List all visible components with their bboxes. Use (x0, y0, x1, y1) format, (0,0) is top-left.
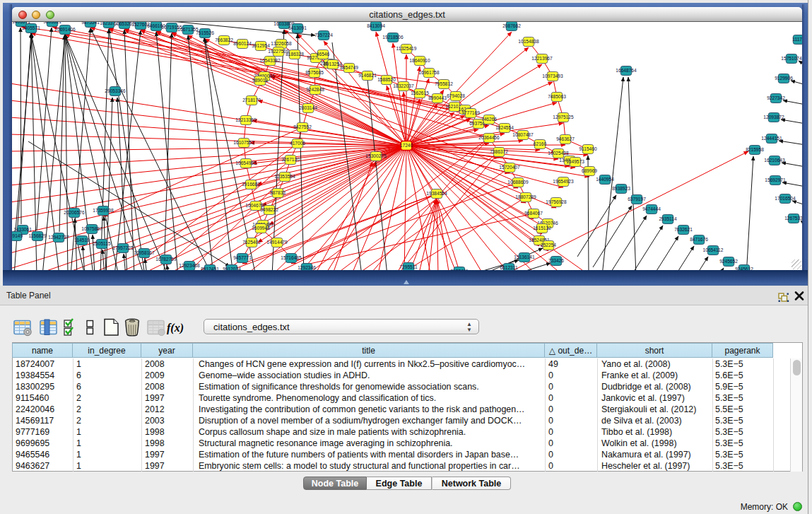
svg-text:746266: 746266 (481, 117, 497, 122)
svg-text:10688609: 10688609 (507, 180, 529, 185)
svg-text:9115460: 9115460 (579, 146, 597, 151)
svg-text:7515526: 7515526 (196, 30, 214, 35)
svg-text:1440954: 1440954 (596, 177, 614, 182)
svg-text:8812451: 8812451 (201, 267, 219, 270)
svg-text:20364456: 20364456 (478, 135, 500, 140)
svg-text:9605521: 9605521 (43, 22, 61, 24)
svg-text:7632621: 7632621 (674, 227, 693, 232)
svg-text:8960124: 8960124 (233, 41, 252, 46)
svg-text:10973493: 10973493 (542, 74, 563, 78)
svg-text:8186328: 8186328 (286, 52, 304, 57)
svg-text:8913254: 8913254 (324, 62, 342, 66)
svg-text:8471676: 8471676 (690, 237, 708, 242)
svg-text:17240: 17240 (400, 143, 413, 148)
svg-text:12093872: 12093872 (763, 115, 784, 119)
svg-text:8413091: 8413091 (288, 25, 307, 30)
svg-text:8454749: 8454749 (340, 65, 358, 70)
svg-text:12923468: 12923468 (179, 263, 200, 268)
svg-text:1267533: 1267533 (784, 216, 802, 221)
svg-text:1615132: 1615132 (533, 226, 551, 230)
svg-text:2935114: 2935114 (659, 216, 677, 221)
svg-text:f(x): f(x) (167, 322, 184, 334)
svg-text:9684067: 9684067 (524, 211, 543, 216)
svg-text:15720407: 15720407 (499, 165, 520, 170)
svg-text:1609948: 1609948 (252, 226, 270, 230)
svg-text:1292346: 1292346 (298, 265, 316, 270)
svg-text:15300275: 15300275 (365, 153, 387, 158)
svg-text:10154838: 10154838 (518, 39, 539, 44)
svg-text:9227342: 9227342 (767, 95, 785, 100)
svg-text:9463627: 9463627 (556, 136, 575, 141)
svg-text:2718170: 2718170 (242, 98, 261, 103)
svg-text:20691406: 20691406 (54, 27, 76, 32)
svg-text:9777169: 9777169 (461, 110, 480, 115)
svg-text:252254: 252254 (541, 243, 556, 247)
svg-text:17016504: 17016504 (775, 196, 796, 201)
svg-text:10958167: 10958167 (134, 250, 155, 255)
svg-text:39149: 39149 (12, 233, 23, 238)
svg-text:11325419: 11325419 (396, 46, 417, 51)
svg-text:9129906: 9129906 (775, 76, 793, 81)
svg-text:7386372: 7386372 (490, 149, 508, 154)
svg-text:9242848: 9242848 (306, 87, 324, 92)
svg-text:8938923: 8938923 (612, 186, 630, 191)
svg-text:7485063: 7485063 (548, 94, 566, 99)
svg-text:2405571: 2405571 (22, 25, 40, 30)
svg-text:19756928: 19756928 (546, 199, 567, 204)
svg-text:19218506: 19218506 (382, 35, 404, 40)
svg-text:3267130: 3267130 (281, 157, 300, 162)
svg-text:16107553: 16107553 (233, 140, 254, 145)
svg-text:12213369: 12213369 (235, 117, 257, 122)
svg-text:15692971: 15692971 (765, 177, 786, 182)
svg-text:16648764: 16648764 (616, 68, 637, 73)
svg-text:10975887: 10975887 (81, 226, 102, 231)
svg-text:10654985: 10654985 (235, 160, 257, 165)
svg-text:9245612: 9245612 (735, 267, 753, 270)
svg-text:1824554: 1824554 (495, 125, 514, 130)
svg-text:8413094: 8413094 (367, 23, 385, 28)
svg-text:19384554: 19384554 (426, 191, 447, 196)
svg-text:16782759: 16782759 (155, 257, 177, 262)
svg-text:1349573: 1349573 (566, 159, 584, 164)
svg-text:29053346: 29053346 (105, 88, 126, 93)
svg-text:7955812: 7955812 (435, 81, 453, 86)
svg-text:8575685: 8575685 (305, 70, 324, 75)
svg-text:62160: 62160 (534, 141, 547, 146)
svg-text:12353594: 12353594 (274, 174, 295, 179)
svg-text:17957225: 17957225 (112, 245, 134, 250)
svg-text:7625402: 7625402 (242, 240, 261, 245)
svg-text:15716485: 15716485 (281, 255, 302, 260)
svg-text:10025438: 10025438 (548, 151, 569, 156)
svg-text:989013: 989013 (252, 78, 268, 83)
svg-text:3912954: 3912954 (252, 43, 270, 48)
svg-text:7663822: 7663822 (215, 37, 233, 42)
svg-text:689969: 689969 (582, 168, 597, 173)
svg-text:11172: 11172 (792, 37, 802, 42)
svg-text:15136141: 15136141 (514, 255, 535, 259)
svg-text:20206576: 20206576 (64, 210, 85, 215)
svg-text:9146821: 9146821 (358, 73, 377, 78)
svg-text:3498222: 3498222 (260, 207, 278, 212)
svg-text:18807289: 18807289 (515, 194, 536, 199)
svg-text:18640910: 18640910 (409, 58, 430, 63)
svg-text:114519: 114519 (74, 238, 90, 243)
svg-text:15751074: 15751074 (781, 56, 802, 61)
svg-text:7357224: 7357224 (314, 33, 333, 37)
svg-text:10807487: 10807487 (512, 132, 534, 137)
svg-text:10543382: 10543382 (259, 58, 281, 63)
svg-text:8123411: 8123411 (450, 269, 469, 270)
svg-text:12213967: 12213967 (531, 56, 553, 61)
svg-text:19654923: 19654923 (553, 179, 574, 184)
svg-text:1916682: 1916682 (242, 182, 260, 187)
svg-text:9875541: 9875541 (81, 22, 100, 25)
svg-text:10654112: 10654112 (703, 247, 724, 252)
svg-text:6612311: 6612311 (500, 265, 518, 270)
svg-text:18322037: 18322037 (393, 83, 414, 88)
svg-text:1588520: 1588520 (377, 77, 396, 82)
svg-text:1156829: 1156829 (28, 233, 47, 238)
svg-text:13226058: 13226058 (271, 41, 292, 46)
svg-text:8215958: 8215958 (746, 147, 764, 152)
svg-text:2505115: 2505115 (93, 241, 111, 246)
svg-text:587833: 587833 (270, 190, 286, 195)
svg-text:2803144: 2803144 (299, 105, 317, 110)
